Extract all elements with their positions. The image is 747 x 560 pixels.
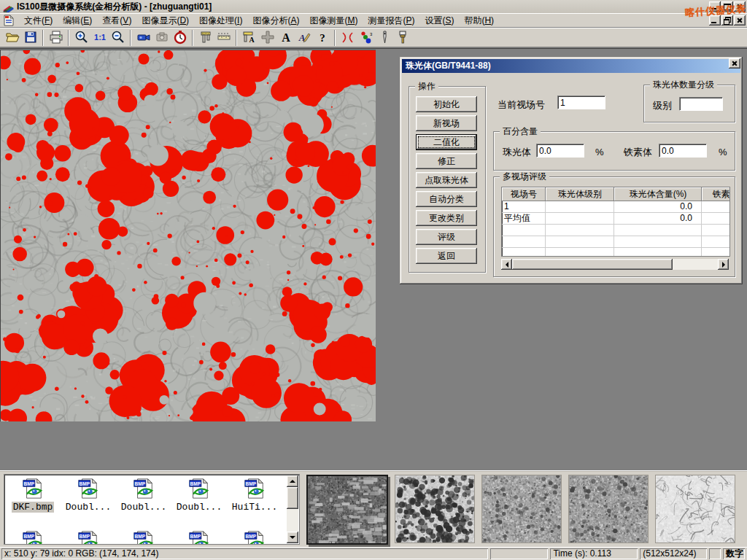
save-button[interactable] — [21, 29, 39, 47]
menu-item-5[interactable]: 图像分析(A) — [247, 13, 304, 28]
probe-pen-button[interactable] — [375, 29, 393, 47]
menu-item-2[interactable]: 查看(V) — [97, 13, 136, 28]
table-header-0[interactable]: 视场号 — [502, 187, 546, 201]
help-button[interactable]: ? — [313, 29, 331, 47]
file-item-4[interactable]: BMPHuiTi... — [227, 476, 282, 529]
open-button[interactable] — [3, 29, 21, 47]
file-item-hidden[interactable]: BMP — [116, 529, 171, 545]
table-row-1[interactable]: 平均值0.0 — [502, 213, 730, 225]
file-item-0[interactable]: BMPDKF.bmp — [5, 476, 61, 529]
actual-size-button[interactable]: 1:1 — [90, 29, 109, 47]
preview-thumbnail-1[interactable] — [395, 475, 475, 543]
scale-text-button[interactable]: A — [240, 29, 258, 47]
file-item-hidden[interactable]: BMP — [227, 529, 282, 545]
table-row-2[interactable] — [502, 225, 730, 236]
dialog-close-button[interactable] — [729, 58, 740, 69]
status-bar: x: 510 y: 79 idx: 0 RGB: (174, 174, 174)… — [0, 547, 747, 560]
open-icon — [5, 30, 20, 47]
file-item-hidden[interactable]: BMP — [61, 529, 116, 545]
op-button-2[interactable]: 二值化 — [416, 134, 477, 150]
status-empty-2 — [709, 548, 721, 559]
up-arrow-icon — [290, 480, 295, 483]
op-button-3[interactable]: 修正 — [416, 153, 477, 169]
print-button[interactable] — [47, 29, 65, 47]
table-row-0[interactable]: 10.0 — [502, 201, 730, 213]
timer-button[interactable] — [171, 29, 189, 47]
curve-cut-button[interactable] — [338, 29, 357, 47]
op-button-0[interactable]: 初始化 — [416, 96, 477, 112]
file-item-3[interactable]: BMPDoubl... — [171, 476, 227, 529]
menu-item-8[interactable]: 设置(S) — [419, 13, 459, 28]
file-item-hidden[interactable]: BMP — [171, 529, 227, 545]
operation-buttons: 初始化新视场二值化修正点取珠光体自动分类更改类别评级返回 — [416, 96, 477, 264]
micrograph-image[interactable] — [1, 50, 376, 421]
preview-thumbnail-0[interactable] — [306, 475, 388, 545]
bmp-file-icon: BMP — [188, 478, 210, 499]
op-button-1[interactable]: 新视场 — [416, 115, 477, 131]
table-hscrollbar[interactable] — [501, 259, 729, 270]
op-button-8[interactable]: 返回 — [416, 248, 477, 264]
ruler-button[interactable] — [214, 29, 233, 47]
camera-button[interactable] — [152, 29, 171, 47]
file-item-2[interactable]: BMPDoubl... — [116, 476, 171, 529]
preview-thumbnail-4[interactable] — [655, 475, 735, 543]
micrograph-frame — [0, 50, 376, 421]
op-button-5[interactable]: 自动分类 — [416, 191, 477, 207]
pearlite-percent-input[interactable] — [536, 144, 584, 158]
move-cross-icon — [260, 30, 275, 47]
table-header-3[interactable]: 铁素体含量(%) — [702, 187, 730, 201]
menu-item-6[interactable]: 图像测量(M) — [304, 13, 363, 28]
table-cell: 平均值 — [502, 213, 546, 225]
table-cell — [702, 225, 730, 236]
hscroll-track[interactable] — [512, 259, 718, 270]
op-button-4[interactable]: 点取珠光体 — [416, 172, 477, 188]
document-icon — [3, 15, 15, 26]
scroll-up-button[interactable] — [287, 475, 298, 487]
menu-item-4[interactable]: 图像处理(I) — [194, 13, 247, 28]
classify-dots-button[interactable]: 3 — [357, 29, 375, 47]
level-input[interactable] — [679, 97, 723, 111]
brush-button[interactable] — [393, 29, 411, 47]
mdi-close-button[interactable] — [734, 15, 746, 26]
video-camera-button[interactable] — [134, 29, 152, 47]
file-browser[interactable]: BMPDKF.bmpBMPDoubl...BMPDoubl...BMPDoubl… — [4, 474, 300, 545]
file-item-hidden[interactable]: BMP — [5, 529, 61, 545]
menu-item-0[interactable]: 文件(F) — [19, 13, 58, 28]
zoom-out-button[interactable] — [109, 29, 127, 47]
dialog-title-bar[interactable]: 珠光体(GB/T9441-88) — [402, 59, 740, 73]
op-button-6[interactable]: 更改类别 — [416, 210, 477, 226]
table-header-2[interactable]: 珠光体含量(%) — [614, 187, 702, 201]
down-arrow-icon — [290, 536, 295, 539]
menu-item-3[interactable]: 图像显示(D) — [136, 13, 194, 28]
file-vscrollbar[interactable] — [287, 475, 298, 543]
table-cell — [702, 236, 730, 248]
file-name: DKF.bmp — [12, 502, 55, 513]
menu-item-1[interactable]: 编辑(E) — [58, 13, 97, 28]
scroll-left-button[interactable] — [501, 259, 512, 270]
scroll-down-button[interactable] — [287, 532, 298, 543]
op-button-7[interactable]: 评级 — [416, 229, 477, 245]
zoom-in-button[interactable] — [72, 29, 90, 47]
text-button[interactable]: A — [276, 29, 295, 47]
caliper-button[interactable] — [196, 29, 214, 47]
move-cross-button[interactable] — [258, 29, 276, 47]
vscroll-thumb[interactable] — [287, 487, 298, 509]
ferrite-percent-input[interactable] — [659, 144, 707, 158]
file-item-1[interactable]: BMPDoubl... — [61, 476, 116, 529]
preview-thumbnail-2[interactable] — [481, 475, 562, 543]
table-row-4[interactable] — [502, 248, 730, 257]
menu-item-9[interactable]: 帮助(H) — [459, 13, 499, 28]
hscroll-thumb[interactable] — [512, 259, 673, 270]
svg-text:BMP: BMP — [190, 534, 201, 539]
zoom-in-icon — [74, 30, 89, 47]
menu-item-7[interactable]: 测量报告(P) — [363, 13, 419, 28]
scroll-right-button[interactable] — [718, 259, 729, 270]
preview-thumbnail-3[interactable] — [568, 475, 649, 543]
table-header-1[interactable]: 珠光体级别 — [546, 187, 614, 201]
table-row-3[interactable] — [502, 236, 730, 248]
current-field-input[interactable] — [557, 96, 605, 109]
rating-table[interactable]: 视场号珠光体级别珠光体含量(%)铁素体含量(%)10.0平均值0.0 — [501, 187, 730, 257]
brush-icon — [395, 30, 410, 47]
annotate-button[interactable]: A — [295, 29, 313, 47]
table-cell — [546, 248, 614, 257]
